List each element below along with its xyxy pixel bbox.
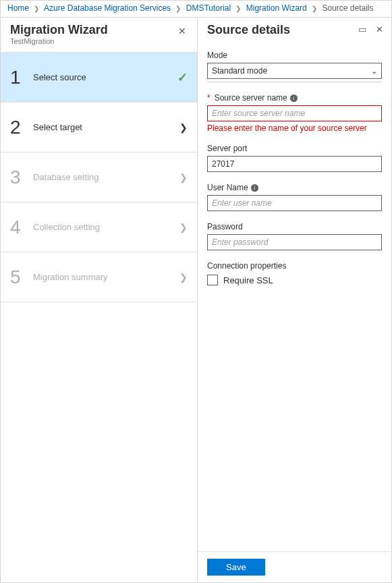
password-label: Password	[207, 222, 382, 231]
chevron-right-icon: ❯	[179, 272, 188, 283]
require-ssl-checkbox[interactable]	[207, 275, 218, 285]
chevron-right-icon: ❯	[235, 5, 241, 12]
footer: Save	[198, 551, 391, 582]
step-number: 2	[10, 117, 30, 138]
breadcrumb-link-adms[interactable]: Azure Database Migration Services	[44, 3, 171, 13]
step-label: Collection setting	[33, 222, 179, 232]
details-title: Source details	[207, 23, 382, 37]
step-label: Migration summary	[33, 272, 179, 282]
page-subtitle: TestMigration	[10, 37, 188, 45]
step-label: Select target	[33, 122, 179, 132]
breadcrumb-link-home[interactable]: Home	[7, 3, 29, 13]
require-ssl-label: Require SSL	[223, 275, 273, 285]
chevron-down-icon: ⌄	[371, 67, 377, 76]
step-number: 4	[10, 217, 30, 238]
required-icon: *	[207, 93, 211, 103]
check-icon: ✓	[177, 70, 188, 85]
details-pane: Source details ▭ ✕ Mode Standard mode ⌄ …	[198, 17, 391, 582]
chevron-right-icon: ❯	[34, 5, 39, 12]
step-number: 5	[10, 267, 30, 288]
chevron-right-icon: ❯	[179, 122, 188, 133]
step-number: 1	[10, 67, 30, 88]
restore-icon[interactable]: ▭	[358, 24, 366, 34]
info-icon[interactable]: i	[251, 184, 258, 192]
mode-label: Mode	[207, 51, 382, 60]
close-icon[interactable]: ✕	[175, 24, 189, 38]
step-collection-setting[interactable]: 4 Collection setting ❯	[1, 202, 197, 252]
source-server-input[interactable]	[207, 105, 382, 121]
chevron-right-icon: ❯	[179, 222, 188, 233]
step-select-source[interactable]: 1 Select source ✓	[1, 53, 197, 103]
step-database-setting[interactable]: 3 Database setting ❯	[1, 152, 197, 202]
step-migration-summary[interactable]: 5 Migration summary ❯	[1, 252, 197, 302]
mode-select[interactable]: Standard mode ⌄	[207, 63, 382, 79]
right-header: Source details ▭ ✕	[198, 18, 391, 44]
mode-value: Standard mode	[212, 66, 267, 76]
wizard-steps-pane: Migration Wizard TestMigration ✕ 1 Selec…	[1, 17, 198, 582]
connection-properties-label: Connection properties	[207, 261, 382, 271]
save-button[interactable]: Save	[207, 559, 265, 576]
close-icon[interactable]: ✕	[376, 24, 383, 34]
page-title: Migration Wizard	[10, 23, 188, 37]
step-select-target[interactable]: 2 Select target ❯	[1, 103, 197, 152]
source-server-error: Please enter the name of your source ser…	[207, 123, 382, 133]
breadcrumb: Home ❯ Azure Database Migration Services…	[1, 1, 391, 17]
source-form: Mode Standard mode ⌄ * Source server nam…	[198, 44, 391, 551]
password-input[interactable]	[207, 234, 382, 250]
port-label: Server port	[207, 144, 382, 153]
breadcrumb-current: Source details	[322, 3, 373, 13]
username-input[interactable]	[207, 195, 382, 211]
info-icon[interactable]: i	[290, 94, 298, 102]
breadcrumb-link-wizard[interactable]: Migration Wizard	[246, 3, 307, 13]
username-label: User Name i	[207, 183, 382, 192]
step-label: Select source	[33, 72, 177, 82]
left-header: Migration Wizard TestMigration ✕	[1, 18, 197, 53]
server-port-input[interactable]	[207, 156, 382, 172]
divider	[207, 82, 382, 82]
step-number: 3	[10, 167, 30, 188]
chevron-right-icon: ❯	[312, 5, 317, 12]
step-label: Database setting	[33, 172, 179, 182]
chevron-right-icon: ❯	[175, 5, 181, 12]
breadcrumb-link-dmstutorial[interactable]: DMSTutorial	[186, 3, 231, 13]
source-server-label: * Source server name i	[207, 93, 382, 103]
chevron-right-icon: ❯	[179, 172, 188, 183]
